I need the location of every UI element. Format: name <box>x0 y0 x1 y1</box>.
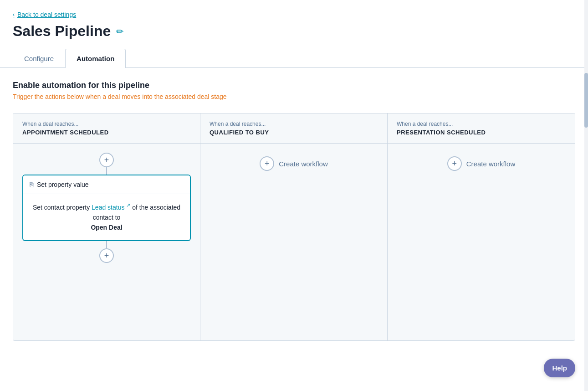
tab-configure[interactable]: Configure <box>13 49 65 68</box>
create-workflow-presentation-icon: + <box>447 156 462 171</box>
col-header-presentation: When a deal reaches... PRESENTATION SCHE… <box>388 113 575 144</box>
card-body-prefix: Set contact property <box>33 204 90 211</box>
automation-subtitle: Trigger the actions below when a deal mo… <box>13 93 575 100</box>
scrollbar-track <box>584 0 588 391</box>
automation-title: Enable automation for this pipeline <box>13 81 575 90</box>
edit-icon[interactable]: ✏ <box>116 26 124 37</box>
back-chevron-icon: ‹ <box>13 11 15 18</box>
set-property-icon: ⎘ <box>30 181 33 188</box>
lead-status-link[interactable]: Lead status <box>92 204 124 211</box>
add-action-bottom-button[interactable]: + <box>99 248 114 263</box>
back-link-label: Back to deal settings <box>17 11 76 18</box>
help-button[interactable]: Help <box>544 359 575 377</box>
external-link-icon: ↗ <box>126 202 130 208</box>
col-header-title-appointment: APPOINTMENT SCHEDULED <box>22 129 191 136</box>
create-workflow-qualified-button[interactable]: + Create workflow <box>260 153 328 175</box>
col-body-presentation: + Create workflow <box>388 144 575 340</box>
create-workflow-qualified-icon: + <box>260 156 274 171</box>
automation-header: Enable automation for this pipeline Trig… <box>0 68 588 104</box>
add-action-top-button[interactable]: + <box>99 153 114 167</box>
property-card-title: Set property value <box>37 181 89 188</box>
col-header-label-presentation: When a deal reaches... <box>397 121 566 127</box>
tabs-row: Configure Automation <box>0 49 588 68</box>
property-card-body: Set contact property Lead status ↗ of th… <box>23 194 190 240</box>
connector-bottom <box>106 241 107 248</box>
property-card-header: ⎘ Set property value <box>23 175 190 194</box>
col-body-appointment: + ⎘ Set property value Set contact prope… <box>13 144 200 340</box>
back-link[interactable]: ‹ Back to deal settings <box>0 0 76 18</box>
page-title: Sales Pipeline <box>13 23 111 40</box>
pipeline-col-appointment-scheduled: When a deal reaches... APPOINTMENT SCHED… <box>13 113 200 340</box>
tab-automation[interactable]: Automation <box>65 49 126 68</box>
pipeline-col-qualified-to-buy: When a deal reaches... QUALIFIED TO BUY … <box>200 113 388 340</box>
card-body-value: Open Deal <box>91 224 122 231</box>
col-body-qualified: + Create workflow <box>200 144 387 340</box>
create-workflow-presentation-button[interactable]: + Create workflow <box>447 153 516 175</box>
property-card: ⎘ Set property value Set contact propert… <box>22 175 191 241</box>
col-header-title-presentation: PRESENTATION SCHEDULED <box>397 129 566 136</box>
col-header-title-qualified: QUALIFIED TO BUY <box>210 129 378 136</box>
create-workflow-qualified-label: Create workflow <box>279 160 328 168</box>
page-wrapper: ‹ Back to deal settings Sales Pipeline ✏… <box>0 0 588 391</box>
create-workflow-presentation-label: Create workflow <box>466 160 516 168</box>
col-header-appointment: When a deal reaches... APPOINTMENT SCHED… <box>13 113 200 144</box>
connector-top <box>106 167 107 175</box>
scrollbar-thumb[interactable] <box>584 73 588 128</box>
col-header-qualified: When a deal reaches... QUALIFIED TO BUY <box>200 113 387 144</box>
pipeline-grid: When a deal reaches... APPOINTMENT SCHED… <box>13 113 575 341</box>
col-header-label-appointment: When a deal reaches... <box>22 121 191 127</box>
page-title-row: Sales Pipeline ✏ <box>0 18 588 49</box>
pipeline-col-presentation-scheduled: When a deal reaches... PRESENTATION SCHE… <box>388 113 575 340</box>
col-header-label-qualified: When a deal reaches... <box>210 121 378 127</box>
